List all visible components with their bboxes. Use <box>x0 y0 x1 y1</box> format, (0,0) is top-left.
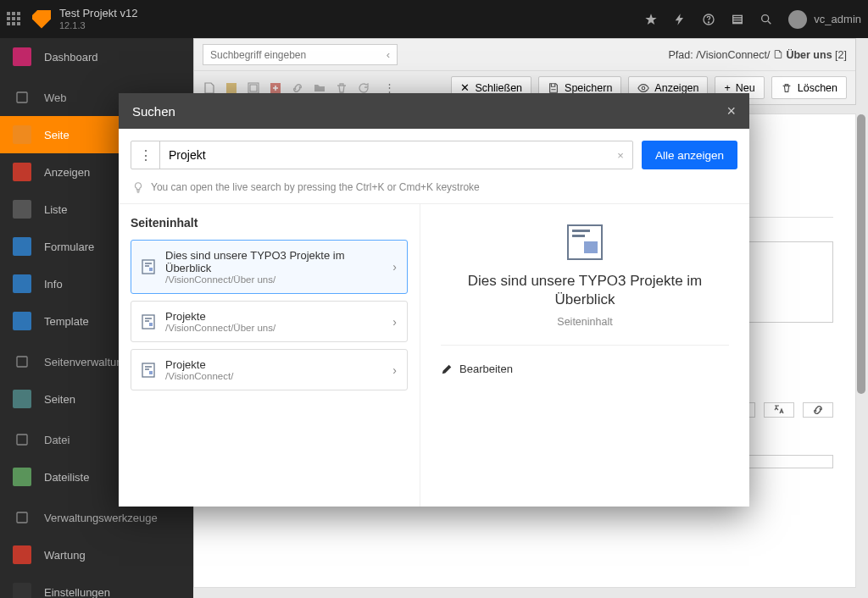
link-icon <box>811 403 825 417</box>
trash-icon <box>781 82 793 94</box>
content-icon <box>142 314 155 329</box>
svg-rect-6 <box>17 435 27 445</box>
module-icon <box>12 162 32 182</box>
result-title: Projekte <box>165 358 382 371</box>
close-icon: ✕ <box>460 81 470 94</box>
chevron-right-icon: › <box>392 363 397 377</box>
module-icon <box>12 582 32 598</box>
preview-subtitle: Seiteninhalt <box>557 316 612 328</box>
module-icon <box>12 389 32 409</box>
more-icon[interactable]: ⋮ <box>384 81 395 94</box>
page-tree-search-input[interactable] <box>210 49 387 61</box>
svg-rect-8 <box>226 83 236 93</box>
module-icon <box>12 545 32 565</box>
sidebar-item-label: Seitenverwaltung <box>44 356 129 368</box>
sidebar-item-label: Dateiliste <box>44 471 89 484</box>
svg-point-3 <box>762 14 769 21</box>
edit-button[interactable]: Bearbeiten <box>441 363 513 375</box>
save-icon <box>548 82 559 94</box>
result-path: /VisionConnect/ <box>165 371 382 381</box>
search-result-item[interactable]: Projekte/VisionConnect/› <box>131 349 408 390</box>
sidebar-item-label: Web <box>44 91 67 104</box>
svg-rect-17 <box>149 323 153 326</box>
result-path: /VisionConnect/Über uns/ <box>165 323 382 333</box>
typo3-logo-icon <box>32 10 51 29</box>
link-picker-button[interactable] <box>803 402 833 418</box>
modal-header: Suchen × <box>119 93 749 129</box>
module-icon <box>12 199 32 219</box>
sidebar-item-label: Seiten <box>44 393 75 406</box>
page-icon <box>773 49 783 59</box>
scrollbar[interactable] <box>857 114 865 394</box>
search-options-button[interactable]: ⋮ <box>131 141 160 169</box>
preview-title: Dies sind unsere TYPO3 Projekte im Überb… <box>441 272 729 309</box>
globe-icon <box>12 352 32 372</box>
sidebar-item-label: Formulare <box>44 241 94 253</box>
plus-icon: + <box>724 82 730 94</box>
result-path: /VisionConnect/Über uns/ <box>165 274 382 285</box>
translate-icon <box>772 403 786 417</box>
eye-icon <box>637 82 649 94</box>
svg-rect-4 <box>17 92 27 102</box>
sidebar-item-label: Wartung <box>44 549 86 562</box>
sidebar-item-label: Anzeigen <box>44 166 90 179</box>
user-menu[interactable]: vc_admin <box>788 10 861 29</box>
module-icon <box>12 47 32 67</box>
topbar: Test Projekt v12 12.1.3 vc_admin <box>0 0 868 38</box>
module-icon <box>12 125 32 145</box>
chevron-left-icon[interactable]: ‹ <box>387 48 390 61</box>
modal-close-button[interactable]: × <box>726 103 736 119</box>
modal-search-input[interactable] <box>160 141 609 169</box>
sidebar-item-dashboard[interactable]: Dashboard <box>0 38 193 75</box>
search-result-item[interactable]: Projekte/VisionConnect/Über uns/› <box>131 301 408 342</box>
chevron-right-icon: › <box>392 315 397 329</box>
modal-title: Suchen <box>132 104 175 119</box>
svg-rect-15 <box>149 268 153 271</box>
translate-button[interactable] <box>764 402 794 418</box>
search-icon[interactable] <box>760 13 773 26</box>
show-all-button[interactable]: Alle anzeigen <box>642 141 737 169</box>
image-icon <box>12 429 32 450</box>
project-version: 12.1.3 <box>59 20 138 30</box>
breadcrumb: Pfad: /VisionConnect/ Über uns [2] <box>668 49 847 61</box>
sidebar-item-label: Info <box>44 278 63 291</box>
results-heading: Seiteninhalt <box>131 216 408 230</box>
list-icon[interactable] <box>731 13 744 26</box>
file-icon <box>12 87 32 108</box>
svg-rect-7 <box>17 512 27 523</box>
lightbulb-icon <box>132 181 144 193</box>
delete-button[interactable]: Löschen <box>771 76 847 99</box>
sidebar-item-label: Einstellungen <box>44 586 110 599</box>
search-modal: Suchen × ⋮ × Alle anzeigen You can open … <box>119 93 749 507</box>
sidebar-item-einstellungen[interactable]: Einstellungen <box>0 573 193 598</box>
module-icon <box>12 236 32 257</box>
project-info: Test Projekt v12 12.1.3 <box>59 8 138 30</box>
sidebar-item-label: Seite <box>44 129 70 141</box>
sidebar-item-label: Verwaltungswerkzeuge <box>44 512 158 524</box>
help-icon[interactable] <box>702 13 715 26</box>
star-icon[interactable] <box>644 13 658 26</box>
bolt-icon[interactable] <box>673 13 687 26</box>
content-icon <box>142 259 155 274</box>
sidebar-item-label: Datei <box>44 434 70 446</box>
sidebar-item-wartung[interactable]: Wartung <box>0 536 193 573</box>
result-title: Projekte <box>165 310 382 323</box>
module-icon <box>12 311 32 331</box>
svg-rect-19 <box>149 371 153 374</box>
search-hint: You can open the live search by pressing… <box>119 178 749 204</box>
results-column: Seiteninhalt Dies sind unsere TYPO3 Proj… <box>119 204 420 507</box>
module-icon <box>12 274 32 294</box>
chevron-right-icon: › <box>392 260 397 274</box>
svg-rect-10 <box>250 85 257 91</box>
svg-rect-18 <box>142 363 154 377</box>
sidebar-item-label: Template <box>44 315 89 328</box>
clear-search-button[interactable]: × <box>609 141 632 169</box>
svg-rect-16 <box>142 315 154 329</box>
pencil-icon <box>441 363 453 375</box>
app-switcher-icon[interactable] <box>7 12 22 27</box>
content-element-icon <box>567 224 603 260</box>
project-title: Test Projekt v12 <box>59 8 138 19</box>
page-tree-search[interactable]: ‹ <box>203 44 398 65</box>
search-result-item[interactable]: Dies sind unsere TYPO3 Projekte im Überb… <box>131 240 408 294</box>
wrench-icon <box>12 507 32 528</box>
